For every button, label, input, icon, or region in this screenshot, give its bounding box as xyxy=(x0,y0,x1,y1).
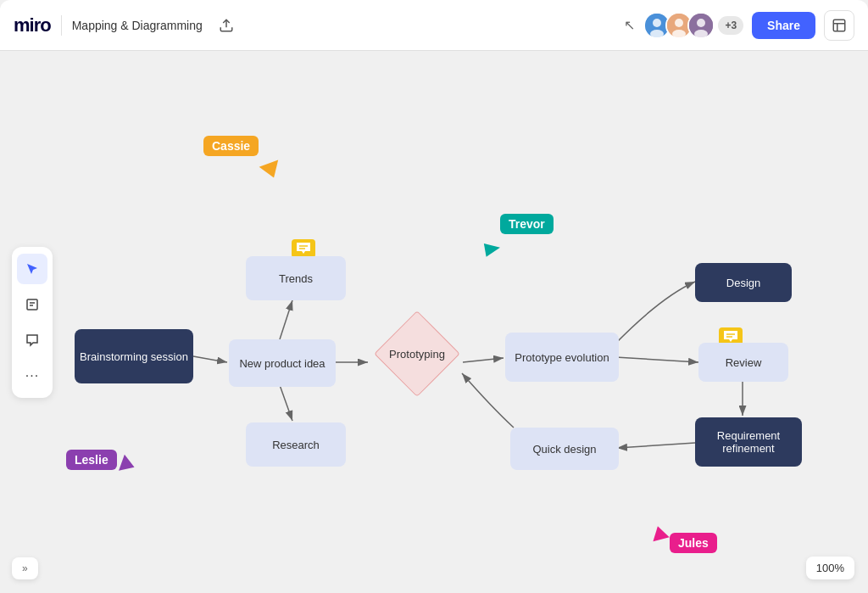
cassie-cursor-arrow xyxy=(259,159,284,181)
svg-line-21 xyxy=(463,358,504,362)
sticky-tool[interactable] xyxy=(17,289,47,320)
node-research[interactable]: Research xyxy=(246,422,346,467)
node-prototype-evolution[interactable]: Prototype evolution xyxy=(505,333,619,382)
svg-point-8 xyxy=(697,19,705,27)
node-research-label: Research xyxy=(272,439,320,451)
node-design-label: Design xyxy=(726,277,760,289)
trevor-cursor-arrow xyxy=(484,238,513,256)
more-tool[interactable]: ··· xyxy=(17,361,47,391)
svg-line-24 xyxy=(617,443,695,448)
node-new-product[interactable]: New product idea xyxy=(229,339,336,387)
node-review[interactable]: Review xyxy=(698,343,788,382)
node-review-label: Review xyxy=(726,356,762,369)
cursor-jules: Jules xyxy=(670,533,717,553)
expand-button[interactable]: » xyxy=(12,557,38,579)
svg-rect-10 xyxy=(833,20,845,31)
miro-logo: miro xyxy=(14,14,51,36)
cursor-trevor: Trevor xyxy=(500,214,554,234)
leslie-cursor-arrow xyxy=(119,455,137,475)
cursor-tool[interactable] xyxy=(17,254,47,284)
svg-line-17 xyxy=(193,356,227,362)
cassie-name: Cassie xyxy=(212,139,250,153)
node-requirement[interactable]: Requirement refinement xyxy=(695,417,802,467)
node-brainstorming[interactable]: Brainstorming session xyxy=(75,329,193,383)
jules-name: Jules xyxy=(678,536,709,550)
svg-point-5 xyxy=(675,19,683,27)
cursor-cassie: Cassie xyxy=(203,136,259,156)
svg-line-19 xyxy=(280,385,292,421)
node-requirement-label: Requirement refinement xyxy=(695,429,802,455)
node-trends[interactable]: Trends xyxy=(246,256,346,300)
node-new-product-label: New product idea xyxy=(239,357,325,370)
svg-line-22 xyxy=(615,357,698,362)
avatar-3 xyxy=(687,12,715,39)
node-quick-design-label: Quick design xyxy=(532,443,596,456)
node-brainstorming-label: Brainstorming session xyxy=(80,350,188,363)
leslie-name: Leslie xyxy=(75,453,108,467)
template-button[interactable] xyxy=(824,10,854,41)
comment-tool[interactable] xyxy=(17,325,47,355)
svg-line-18 xyxy=(280,300,292,339)
trevor-name: Trevor xyxy=(509,217,545,231)
zoom-level: 100% xyxy=(806,557,854,579)
header: miro Mapping & Diagramming ↖ +3 xyxy=(0,0,868,51)
cursor-leslie: Leslie xyxy=(66,450,117,470)
cursor-tool-icon: ↖ xyxy=(624,17,635,33)
node-trends-label: Trends xyxy=(279,272,313,285)
expand-icon: » xyxy=(22,562,28,574)
avatar-count: +3 xyxy=(718,16,743,35)
svg-rect-13 xyxy=(27,299,37,310)
header-left: miro Mapping & Diagramming xyxy=(14,12,240,39)
board-title: Mapping & Diagramming xyxy=(72,19,203,32)
canvas[interactable]: ··· » 100% Cassie Trevor Leslie Jules xyxy=(0,51,868,593)
node-prototype-evolution-label: Prototype evolution xyxy=(515,351,609,364)
node-prototyping-label: Prototyping xyxy=(389,348,445,361)
avatars-group: +3 xyxy=(643,12,743,39)
upload-button[interactable] xyxy=(213,12,240,39)
node-prototyping[interactable]: Prototyping xyxy=(368,321,466,387)
header-right: ↖ +3 Share xyxy=(624,10,854,41)
svg-point-2 xyxy=(653,19,661,27)
header-divider xyxy=(61,15,62,36)
comment-trends-icon[interactable] xyxy=(292,239,315,258)
node-quick-design[interactable]: Quick design xyxy=(510,428,619,470)
node-design[interactable]: Design xyxy=(695,263,792,302)
share-button[interactable]: Share xyxy=(752,12,815,39)
jules-cursor-arrow xyxy=(649,524,669,542)
left-toolbar: ··· xyxy=(12,247,53,398)
